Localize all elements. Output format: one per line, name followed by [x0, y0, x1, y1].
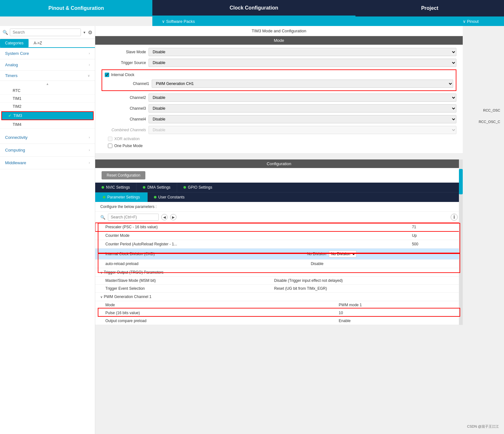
param-label: Configure the below parameters :: [100, 204, 156, 209]
dropdown-arrow-icon: ▼: [83, 31, 86, 34]
chevron-down-icon-trigger: ∨: [100, 271, 103, 274]
tab-categories[interactable]: Categories: [0, 39, 29, 47]
clock-nav-tab[interactable]: Clock Configuration: [152, 0, 355, 16]
clock-div-select[interactable]: No Division: [329, 250, 356, 257]
xor-activation-checkbox[interactable]: [108, 137, 112, 141]
check-icon: ✔: [8, 113, 11, 118]
rcc-osc-label: RCC_OSC: [483, 108, 500, 112]
tab-user-constants[interactable]: User Constants: [148, 192, 191, 202]
channel3-label: Channel3: [102, 106, 146, 111]
channel3-select[interactable]: Disable: [149, 104, 456, 113]
internal-clock-label: Internal Clock: [111, 73, 134, 77]
pinout-nav-label: Pinout & Configuration: [48, 5, 104, 11]
trigger-source-select[interactable]: Disable: [149, 59, 456, 67]
gpio-dot: [183, 186, 186, 189]
param-nav-prev[interactable]: ◀: [161, 214, 168, 220]
internal-clock-checkbox[interactable]: [105, 73, 109, 77]
table-row: Prescaler (PSC - 16 bits value) 71: [95, 223, 463, 231]
info-icon[interactable]: i: [451, 214, 458, 221]
rcc-osc-c-label: RCC_OSC_C: [479, 120, 500, 124]
sidebar-item-tim4[interactable]: TIM4: [0, 121, 95, 129]
channel2-select[interactable]: Disable: [149, 94, 456, 102]
tab-nvic-settings[interactable]: NVIC Settings: [95, 183, 136, 192]
slave-mode-label: Slave Mode: [102, 50, 146, 54]
watermark: CSDN @混子王江江: [467, 424, 499, 429]
sidebar-item-middleware[interactable]: Middleware ›: [0, 157, 95, 169]
tab-parameter-settings[interactable]: Parameter Settings: [95, 192, 148, 202]
pinout-sub-btn[interactable]: ∨ Pinout: [453, 16, 488, 26]
chevron-right-icon-2: ›: [89, 63, 90, 67]
table-row[interactable]: Internal Clock Division (CKD) No Divisio…: [95, 249, 463, 260]
table-row: Master/Slave Mode (MSM bit) Disable (Tri…: [95, 277, 463, 285]
combined-channels-select[interactable]: Disable: [149, 126, 456, 134]
param-dot: [103, 196, 105, 198]
chevron-right-icon-3: ›: [89, 136, 90, 139]
channel4-label: Channel4: [102, 117, 146, 121]
combined-channels-label: Combined Channels: [102, 128, 146, 132]
sidebar-item-analog[interactable]: Analog ›: [0, 59, 95, 71]
channel1-label: Channel1: [105, 81, 149, 86]
sidebar-item-tim3[interactable]: ✔ TIM3: [1, 111, 94, 120]
param-search-icon: 🔍: [100, 215, 105, 220]
table-row: auto-reload preload Disable: [95, 260, 463, 268]
trigger-source-label: Trigger Source: [102, 61, 146, 65]
param-nav-next[interactable]: ▶: [170, 214, 176, 220]
clock-nav-label: Clock Configuration: [230, 5, 278, 11]
table-row: Pulse (16 bits value) 10: [95, 309, 463, 317]
table-row: Counter Mode Up: [95, 231, 463, 240]
internal-clock-row: Internal Clock: [105, 73, 453, 77]
table-row: Trigger Event Selection Reset (UG bit fr…: [95, 285, 463, 293]
table-row: Mode PWM mode 1: [95, 301, 463, 309]
channel2-label: Channel2: [102, 95, 146, 100]
sidebar-item-connectivity[interactable]: Connectivity ›: [0, 131, 95, 144]
sidebar-item-tim1[interactable]: TIM1: [0, 95, 95, 103]
sort-up-icon: ▲: [46, 82, 49, 86]
sidebar-item-tim2[interactable]: TIM2: [0, 103, 95, 111]
trigger-output-group[interactable]: ∨ Trigger Output (TRGO) Parameters: [95, 268, 463, 277]
one-pulse-mode-checkbox[interactable]: [108, 144, 112, 148]
sidebar-item-rtc[interactable]: RTC: [0, 87, 95, 95]
config-header: Configuration: [95, 159, 463, 168]
tab-dma-settings[interactable]: DMA Settings: [136, 183, 177, 192]
one-pulse-mode-label: One Pulse Mode: [114, 144, 143, 148]
project-nav-label: Project: [421, 5, 438, 11]
tab-gpio-settings[interactable]: GPIO Settings: [177, 183, 219, 192]
xor-activation-label: XOR activation: [114, 137, 140, 141]
mode-header: Mode: [95, 36, 463, 45]
sidebar-search-input[interactable]: [10, 29, 81, 36]
param-search-input[interactable]: [108, 214, 159, 221]
panel-title: TIM3 Mode and Configuration: [95, 26, 463, 36]
search-icon: 🔍: [3, 30, 8, 35]
sidebar-item-system-core[interactable]: System Core ›: [0, 48, 95, 59]
table-row: Output compare preload Enable: [95, 317, 463, 325]
pinout-nav-tab[interactable]: Pinout & Configuration: [0, 0, 152, 16]
dma-dot: [143, 186, 145, 189]
chevron-down-icon: ∨: [88, 74, 90, 77]
pwm-channel1-group[interactable]: ∨ PWM Generation Channel 1: [95, 293, 463, 301]
channel4-select[interactable]: Disable: [149, 115, 456, 123]
nvic-dot: [102, 186, 104, 189]
chevron-down-icon-pwm: ∨: [100, 295, 103, 299]
reset-config-button[interactable]: Reset Configuration: [102, 171, 145, 179]
chevron-right-icon: ›: [89, 52, 90, 55]
tab-atoz[interactable]: A->Z: [29, 39, 47, 47]
software-packs-btn[interactable]: ∨ Software Packs: [152, 16, 204, 26]
chevron-right-icon-4: ›: [89, 148, 90, 152]
project-nav-tab[interactable]: Project: [355, 0, 504, 16]
slave-mode-select[interactable]: Disable: [149, 48, 456, 56]
gear-icon[interactable]: ⚙: [88, 29, 92, 36]
chevron-right-icon-5: ›: [89, 161, 90, 165]
sidebar-section-timers[interactable]: Timers ∨: [0, 71, 95, 81]
table-row: Counter Period (AutoReload Register - 1.…: [95, 240, 463, 249]
channel1-select[interactable]: PWM Generation CH1: [152, 80, 453, 88]
sidebar-item-computing[interactable]: Computing ›: [0, 144, 95, 157]
user-const-dot: [154, 196, 156, 198]
